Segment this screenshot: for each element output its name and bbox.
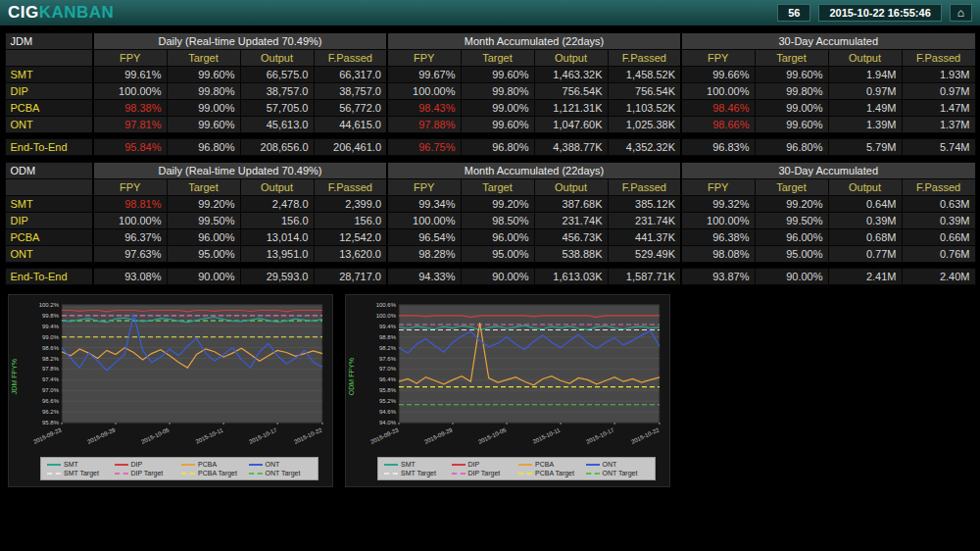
legend-item-smt: SMT <box>384 461 448 468</box>
x-tick-label: 2015-10-11 <box>532 426 563 445</box>
value-cell: 99.67% <box>387 67 461 83</box>
legend-item-ont: ONT <box>249 461 313 468</box>
legend-item-dip: DIP <box>115 461 178 468</box>
value-cell: 98.66% <box>681 117 755 133</box>
value-cell: 96.80% <box>461 139 534 156</box>
value-cell: 99.50% <box>167 213 240 229</box>
value-cell: 2,478.0 <box>240 196 314 213</box>
legend-swatch-ont-target <box>249 473 263 475</box>
x-tick-label: 2015-09-23 <box>369 426 400 445</box>
value-cell: 156.0 <box>314 213 387 229</box>
kpi-table-jdm: JDMDaily (Real-time Updated 70.49%)Month… <box>5 32 976 156</box>
value-cell: 0.68M <box>828 229 902 246</box>
value-cell: 385.12K <box>608 196 681 213</box>
jdm-fpy-chart-legend: SMTDIPPCBAONTSMT TargetDIP TargetPCBA Ta… <box>40 457 318 480</box>
legend-swatch-ont <box>249 464 263 466</box>
value-cell: 99.00% <box>167 100 240 117</box>
value-cell: 4,352.32K <box>608 139 681 156</box>
value-cell: 93.08% <box>93 269 167 285</box>
home-icon[interactable]: ⌂ <box>950 4 972 22</box>
value-cell: 96.54% <box>387 229 461 246</box>
value-cell: 96.80% <box>755 139 828 156</box>
value-cell: 95.00% <box>755 246 828 263</box>
value-cell: 13,014.0 <box>240 229 314 246</box>
y-tick-label: 98.2% <box>42 356 60 362</box>
y-tick-label: 97.0% <box>379 366 397 372</box>
column-header-f-passed: F.Passed <box>314 50 387 67</box>
value-cell: 98.46% <box>681 100 755 117</box>
odm-fpy-line-chart: 94.0%94.6%95.2%95.8%96.4%97.0%97.6%98.2%… <box>360 299 667 454</box>
table-row-end-to-end: End-To-End93.08%90.00%29,593.028,717.094… <box>5 269 975 285</box>
value-cell: 90.00% <box>461 269 534 285</box>
y-tick-label: 96.4% <box>379 376 397 382</box>
value-cell: 98.28% <box>387 246 461 263</box>
y-tick-label: 99.0% <box>42 334 60 340</box>
row-label: PCBA <box>5 100 93 117</box>
value-cell: 99.60% <box>461 117 534 133</box>
value-cell: 100.00% <box>387 213 461 229</box>
x-tick-label: 2015-09-23 <box>32 426 63 445</box>
value-cell: 756.54K <box>534 83 608 100</box>
table-row-smt: SMT99.61%99.60%66,575.066,317.099.67%99.… <box>5 67 975 83</box>
value-cell: 99.60% <box>755 67 828 83</box>
y-tick-label: 95.8% <box>42 420 60 426</box>
y-tick-label: 94.6% <box>379 409 397 415</box>
legend-item-dip-target: DIP Target <box>452 470 515 476</box>
value-cell: 96.75% <box>387 139 461 156</box>
legend-label: SMT <box>401 461 416 468</box>
top-bar: CIG KANBAN 56 2015-10-22 16:55:46 ⌂ <box>0 0 980 26</box>
column-header-f-passed: F.Passed <box>314 179 387 196</box>
y-tick-label: 99.4% <box>379 324 397 329</box>
value-cell: 0.77M <box>828 246 902 263</box>
table-title-jdm: JDM <box>5 33 93 50</box>
table-row-dip: DIP100.00%99.50%156.0156.0100.00%98.50%2… <box>5 213 975 229</box>
value-cell: 96.37% <box>93 229 167 246</box>
value-cell: 1,025.38K <box>608 117 681 133</box>
value-cell: 38,757.0 <box>240 83 314 100</box>
legend-label: DIP <box>468 461 480 468</box>
value-cell: 0.63M <box>902 196 975 213</box>
row-label: DIP <box>5 83 93 100</box>
x-tick-label: 2015-09-29 <box>86 426 117 445</box>
alert-count-badge[interactable]: 56 <box>777 4 810 22</box>
value-cell: 99.00% <box>461 100 534 117</box>
value-cell: 5.74M <box>902 139 975 156</box>
value-cell: 100.00% <box>681 213 755 229</box>
value-cell: 93.87% <box>681 269 755 285</box>
value-cell: 1.49M <box>828 100 902 117</box>
row-label: PCBA <box>5 229 93 246</box>
column-header-f-passed: F.Passed <box>902 50 975 67</box>
value-cell: 98.08% <box>681 246 755 263</box>
value-cell: 96.00% <box>461 229 534 246</box>
corner-cell <box>5 50 93 67</box>
value-cell: 96.83% <box>681 139 755 156</box>
value-cell: 44,615.0 <box>314 117 387 133</box>
value-cell: 1,458.52K <box>608 67 681 83</box>
value-cell: 57,705.0 <box>240 100 314 117</box>
row-label: ONT <box>5 246 93 263</box>
jdm-fpy-y-axis-label: JDM FPY% <box>11 359 23 394</box>
jdm-fpy-chart-panel: JDM FPY%95.8%96.2%96.6%97.0%97.4%97.8%98… <box>8 294 333 487</box>
column-header-target: Target <box>461 50 534 67</box>
column-header-target: Target <box>461 179 534 196</box>
value-cell: 99.66% <box>681 67 755 83</box>
value-cell: 1.39M <box>828 117 902 133</box>
legend-label: PCBA <box>535 461 554 468</box>
legend-label: SMT <box>64 461 78 468</box>
value-cell: 12,542.0 <box>314 229 387 246</box>
value-cell: 0.39M <box>828 213 902 229</box>
value-cell: 2.41M <box>828 269 902 285</box>
x-tick-label: 2015-10-17 <box>585 426 615 445</box>
value-cell: 2.40M <box>902 269 975 285</box>
legend-label: ONT <box>266 461 280 468</box>
column-header-fpy: FPY <box>387 50 461 67</box>
group-header-month-accumulated-22days: Month Accumulated (22days) <box>387 163 681 179</box>
x-tick-label: 2015-10-22 <box>630 426 661 445</box>
legend-label: DIP Target <box>468 470 501 476</box>
value-cell: 156.0 <box>240 213 314 229</box>
value-cell: 100.00% <box>681 83 755 100</box>
legend-item-pcba-target: PCBA Target <box>181 470 245 476</box>
value-cell: 99.60% <box>755 117 828 133</box>
legend-swatch-dip-target <box>452 473 466 475</box>
value-cell: 96.00% <box>755 229 828 246</box>
